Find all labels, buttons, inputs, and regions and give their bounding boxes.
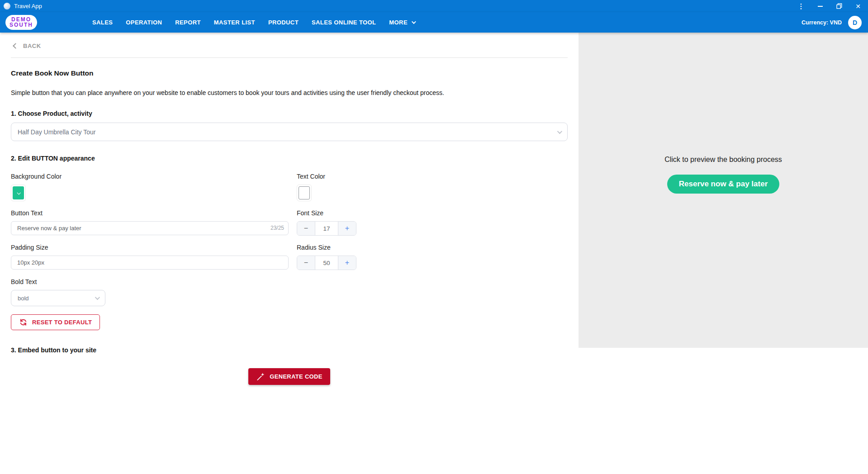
section2-heading: 2. Edit BUTTON appearance <box>11 155 568 162</box>
minimize-button[interactable] <box>816 3 824 10</box>
preview-instruction: Click to preview the booking process <box>664 156 782 164</box>
logo-line2: SOUTH <box>9 22 33 28</box>
padding-size-label: Padding Size <box>11 244 289 251</box>
restore-icon <box>836 3 842 9</box>
bold-text-field: Bold Text bold <box>11 278 289 306</box>
currency-indicator: Currency: VND <box>802 19 842 26</box>
text-color-label: Text Color <box>297 173 550 180</box>
padding-size-input[interactable] <box>11 256 289 270</box>
radius-size-value[interactable]: 50 <box>315 256 338 270</box>
reset-to-default-button[interactable]: RESET TO DEFAULT <box>11 314 100 330</box>
reset-button-label: RESET TO DEFAULT <box>32 319 92 326</box>
nav-item-more[interactable]: MORE <box>389 19 415 26</box>
product-select-value: Half Day Umbrella City Tour <box>18 128 95 136</box>
booking-preview-panel: Click to preview the booking process Res… <box>579 33 868 348</box>
nav-item-report[interactable]: REPORT <box>175 19 201 26</box>
page-description: Simple button that you can place anywher… <box>11 89 568 96</box>
nav-item-sales-online-tool[interactable]: SALES ONLINE TOOL <box>312 19 376 26</box>
preview-book-now-button[interactable]: Reserve now & pay later <box>667 175 780 194</box>
button-text-field: Button Text 23/25 <box>11 209 289 236</box>
chevron-down-icon <box>17 191 20 194</box>
close-button[interactable]: ✕ <box>854 3 862 10</box>
font-size-value[interactable]: 17 <box>315 222 338 235</box>
bold-text-label: Bold Text <box>11 278 289 285</box>
form-content-area: BACK Create Book Now Button Simple butto… <box>0 33 579 385</box>
generate-code-button[interactable]: GENERATE CODE <box>248 368 330 385</box>
font-size-stepper: − 17 + <box>297 221 356 236</box>
reset-icon <box>19 318 28 327</box>
background-color-label: Background Color <box>11 173 289 180</box>
nav-item-sales[interactable]: SALES <box>92 19 113 26</box>
nav-item-operation[interactable]: OPERATION <box>126 19 162 26</box>
app-icon <box>4 3 10 9</box>
padding-size-field: Padding Size <box>11 244 289 270</box>
radius-size-label: Radius Size <box>297 244 550 251</box>
nav-item-product[interactable]: PRODUCT <box>268 19 299 26</box>
radius-size-stepper: − 50 + <box>297 256 356 270</box>
product-select[interactable]: Half Day Umbrella City Tour <box>11 123 568 141</box>
window-titlebar: Travel App ⋮ ✕ <box>0 0 868 12</box>
radius-size-decrement-button[interactable]: − <box>297 256 315 270</box>
font-size-decrement-button[interactable]: − <box>297 222 315 235</box>
background-color-field: Background Color <box>11 173 289 201</box>
char-counter: 23/25 <box>270 225 284 231</box>
back-button[interactable]: BACK <box>11 33 568 58</box>
app-title: Travel App <box>14 3 42 9</box>
section1-heading: 1. Choose Product, activity <box>11 110 568 117</box>
restore-window-button[interactable] <box>835 3 843 10</box>
font-size-increment-button[interactable]: + <box>338 222 356 235</box>
chevron-left-icon <box>13 43 19 49</box>
section3-heading: 3. Embed button to your site <box>11 346 568 354</box>
kebab-menu-icon[interactable]: ⋮ <box>797 3 805 10</box>
magic-wand-icon <box>256 372 265 381</box>
button-text-label: Button Text <box>11 209 289 217</box>
nav-item-more-label: MORE <box>389 19 408 26</box>
page-title: Create Book Now Button <box>11 69 568 77</box>
chevron-down-icon <box>95 295 100 300</box>
radius-size-field: Radius Size − 50 + <box>297 244 550 270</box>
button-text-input[interactable] <box>11 221 289 235</box>
user-avatar[interactable]: D <box>848 16 862 29</box>
back-label: BACK <box>23 43 41 49</box>
background-color-swatch[interactable] <box>11 185 26 201</box>
bold-text-value: bold <box>18 295 29 302</box>
radius-size-increment-button[interactable]: + <box>338 256 356 270</box>
generate-button-label: GENERATE CODE <box>270 373 322 380</box>
text-color-field: Text Color <box>297 173 550 201</box>
text-color-swatch[interactable] <box>297 185 312 201</box>
chevron-down-icon <box>557 128 562 133</box>
app-logo[interactable]: DEMO SOUTH <box>5 15 37 30</box>
font-size-field: Font Size − 17 + <box>297 209 550 236</box>
nav-item-master-list[interactable]: MASTER LIST <box>214 19 255 26</box>
main-navbar: DEMO SOUTH SALES OPERATION REPORT MASTER… <box>0 12 868 33</box>
bold-text-select[interactable]: bold <box>11 290 105 306</box>
chevron-down-icon <box>412 19 416 24</box>
font-size-label: Font Size <box>297 209 550 217</box>
